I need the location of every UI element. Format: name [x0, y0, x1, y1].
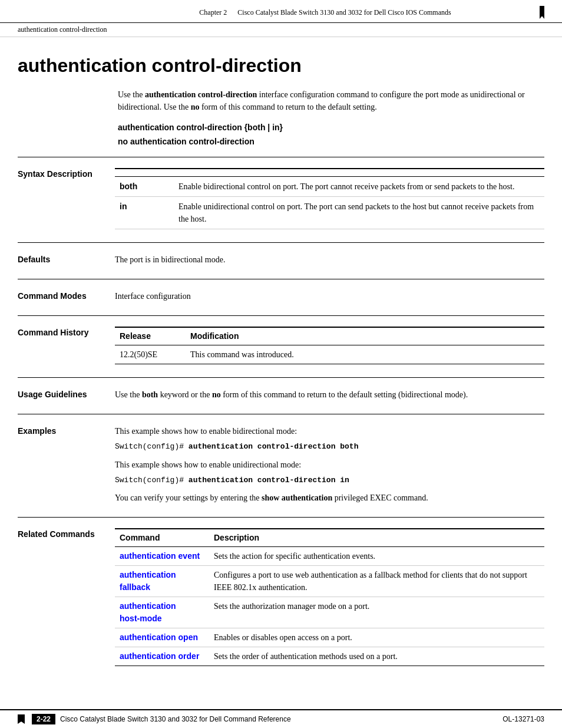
syntax-cmd-1-text: authentication control-direction {both |…	[118, 123, 283, 132]
intro-text-end: form of this command to return to the de…	[199, 103, 376, 111]
examples-content: This example shows how to enable bidirec…	[115, 425, 544, 504]
examples-section: Examples This example shows how to enabl…	[18, 425, 544, 504]
related-desc-event: Sets the action for specific authenticat…	[209, 547, 544, 566]
section-divider-6	[18, 414, 544, 414]
table-row: authenticationhost-mode Sets the authori…	[115, 597, 544, 628]
table-row: authentication order Sets the order of a…	[115, 647, 544, 666]
header-title: Cisco Catalyst Blade Switch 3130 and 303…	[237, 8, 451, 17]
verify-text: You can verify your settings by entering…	[115, 492, 544, 504]
table-row: authentication event Sets the action for…	[115, 547, 544, 566]
intro-paragraph: Use the authentication control-direction…	[118, 88, 544, 113]
footer-left: 2-22 Cisco Catalyst Blade Switch 3130 an…	[18, 714, 291, 724]
related-col-description: Description	[209, 529, 544, 547]
related-cmd-event[interactable]: authentication event	[115, 547, 209, 566]
related-cmd-hostmode[interactable]: authenticationhost-mode	[115, 597, 209, 628]
related-cmd-fallback[interactable]: authenticationfallback	[115, 566, 209, 597]
history-release: 12.2(50)SE	[115, 345, 186, 364]
command-history-content: Release Modification 12.2(50)SE This com…	[115, 327, 544, 364]
ex1-code: Switch(config)# authentication control-d…	[115, 441, 544, 453]
command-modes-label: Command Modes	[18, 290, 115, 302]
history-col-modification: Modification	[186, 327, 544, 345]
breadcrumb: authentication control-direction	[0, 23, 562, 37]
syntax-cmd-2: no authentication control-direction	[118, 137, 544, 146]
verify-show: show	[262, 493, 282, 502]
breadcrumb-text: authentication control-direction	[18, 25, 107, 34]
usage-guidelines-section: Usage Guidelines Use the both keyword or…	[18, 388, 544, 401]
syntax-desc-in: Enable unidirectional control on port. T…	[174, 197, 544, 229]
page-footer: 2-22 Cisco Catalyst Blade Switch 3130 an…	[0, 709, 562, 728]
command-history-label: Command History	[18, 327, 115, 364]
table-row: authenticationfallback Configures a port…	[115, 566, 544, 597]
defaults-text: The port is in bidirectional mode.	[115, 255, 225, 264]
page-header: Chapter 2 Cisco Catalyst Blade Switch 31…	[0, 0, 562, 23]
table-row: in Enable unidirectional control on port…	[115, 197, 544, 229]
defaults-section: Defaults The port is in bidirectional mo…	[18, 253, 544, 266]
related-header-row: Command Description	[115, 529, 544, 547]
ex1-desc: This example shows how to enable bidirec…	[115, 425, 544, 437]
usage-bold-both: both	[142, 390, 158, 399]
usage-guidelines-label: Usage Guidelines	[18, 388, 115, 401]
table-row: 12.2(50)SE This command was introduced.	[115, 345, 544, 364]
section-divider-4	[18, 315, 544, 316]
page-title: authentication control-direction	[18, 55, 544, 77]
syntax-desc-both: Enable bidirectional control on port. Th…	[174, 177, 544, 197]
syntax-description-label: Syntax Description	[18, 168, 115, 229]
syntax-term-in: in	[115, 197, 174, 229]
main-content: authentication control-direction Use the…	[0, 37, 562, 720]
intro-text-before: Use the	[118, 90, 145, 99]
chapter-label: Chapter 2	[199, 8, 227, 17]
ex2-code: Switch(config)# authentication control-d…	[115, 475, 544, 486]
history-header-row: Release Modification	[115, 327, 544, 345]
ex2-desc: This example shows how to enable unidire…	[115, 459, 544, 471]
command-modes-content: Interface configuration	[115, 290, 544, 302]
syntax-description-section: Syntax Description both Enable bidirecti…	[18, 168, 544, 229]
related-desc-fallback: Configures a port to use web authenticat…	[209, 566, 544, 597]
section-divider-5	[18, 377, 544, 378]
related-desc-order: Sets the order of authentication methods…	[209, 647, 544, 666]
related-commands-content: Command Description authentication event…	[115, 528, 544, 666]
footer-page-num: 2-22	[32, 714, 55, 724]
related-commands-label: Related Commands	[18, 528, 115, 666]
usage-bold-no: no	[212, 390, 221, 399]
footer-title: Cisco Catalyst Blade Switch 3130 and 303…	[60, 715, 291, 723]
usage-text-before: Use the	[115, 390, 142, 399]
intro-bold-cmd: authentication control-direction	[145, 90, 257, 99]
section-divider-7	[18, 517, 544, 518]
related-desc-open: Enables or disables open access on a por…	[209, 628, 544, 647]
examples-label: Examples	[18, 425, 115, 504]
history-col-release: Release	[115, 327, 186, 345]
table-row: authentication open Enables or disables …	[115, 628, 544, 647]
ex1-code-bold: authentication control-direction both	[189, 442, 359, 451]
usage-text-end: form of this command to return to the de…	[221, 390, 468, 399]
syntax-table-header-row	[115, 169, 544, 177]
section-divider-1	[18, 157, 544, 157]
syntax-table: both Enable bidirectional control on por…	[115, 168, 544, 229]
related-desc-hostmode: Sets the authorization manager mode on a…	[209, 597, 544, 628]
usage-guidelines-content: Use the both keyword or the no form of t…	[115, 388, 544, 401]
related-col-command: Command	[115, 529, 209, 547]
syntax-cmd-2-text: no authentication control-direction	[118, 137, 254, 146]
related-commands-section: Related Commands Command Description aut…	[18, 528, 544, 666]
syntax-cmd-1: authentication control-direction {both |…	[118, 123, 544, 132]
section-divider-2	[18, 242, 544, 243]
defaults-label: Defaults	[18, 253, 115, 266]
command-modes-section: Command Modes Interface configuration	[18, 290, 544, 302]
intro-bold-no: no	[191, 103, 200, 111]
verify-authentication: authentication	[282, 493, 332, 502]
defaults-content: The port is in bidirectional mode.	[115, 253, 544, 266]
ex2-code-bold: authentication control-direction in	[189, 476, 349, 485]
syntax-description-content: both Enable bidirectional control on por…	[115, 168, 544, 229]
related-table: Command Description authentication event…	[115, 528, 544, 666]
command-modes-text: Interface configuration	[115, 292, 191, 301]
verify-after: privileged EXEC command.	[332, 493, 428, 502]
usage-text-mid: keyword or the	[158, 390, 212, 399]
verify-before: You can verify your settings by entering…	[115, 493, 262, 502]
footer-doc-num: OL-13271-03	[503, 715, 544, 723]
bookmark-icon	[18, 714, 25, 724]
command-history-section: Command History Release Modification 12.…	[18, 327, 544, 364]
section-divider-3	[18, 279, 544, 279]
syntax-term-both: both	[115, 177, 174, 197]
history-modification: This command was introduced.	[186, 345, 544, 364]
related-cmd-open[interactable]: authentication open	[115, 628, 209, 647]
related-cmd-order[interactable]: authentication order	[115, 647, 209, 666]
